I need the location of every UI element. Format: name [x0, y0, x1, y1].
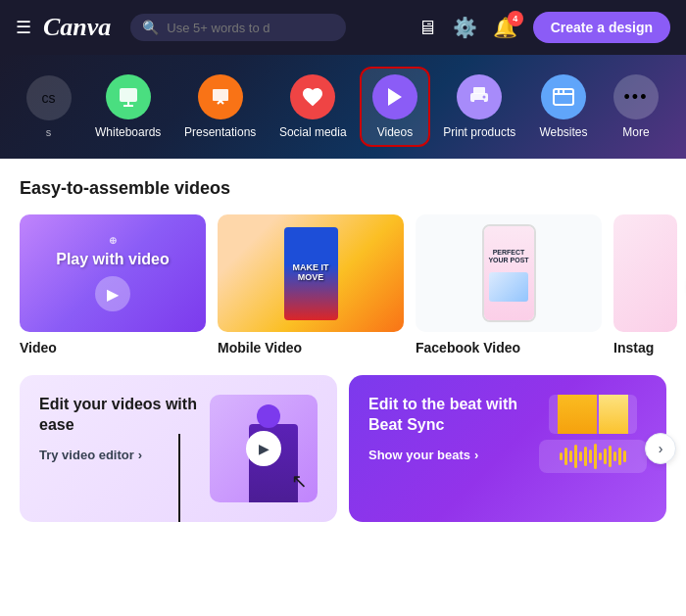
- play-video-text: Play with video: [56, 250, 170, 268]
- edit-videos-card: Edit your videos with ease Try video edi…: [20, 375, 337, 522]
- edit-videos-visual: ▶ ↖: [210, 395, 318, 502]
- websites-icon: [541, 74, 586, 119]
- edit-videos-link[interactable]: Try video editor ›: [39, 448, 210, 462]
- monitor-icon[interactable]: 🖥: [417, 17, 437, 39]
- wave-bar-9: [599, 452, 602, 460]
- create-design-button[interactable]: Create a design: [533, 12, 670, 43]
- video-cards-row: ⊕ Play with video ▶ Video MAKE IT MOVE M…: [20, 214, 666, 355]
- settings-icon[interactable]: ⚙️: [453, 16, 477, 39]
- partial-icon: cs: [26, 75, 72, 120]
- search-icon: 🔍: [142, 20, 159, 35]
- play-video-content: ⊕ Play with video ▶: [20, 214, 206, 332]
- wave-bar-13: [618, 448, 621, 465]
- wave-bar-14: [623, 450, 626, 462]
- svg-marker-4: [388, 88, 402, 106]
- whiteboards-label: Whiteboards: [95, 125, 161, 139]
- person-figure: MAKE IT MOVE: [284, 227, 338, 320]
- sidebar-item-print-products[interactable]: Print products: [434, 69, 525, 145]
- more-icon: •••: [613, 74, 659, 119]
- svg-rect-5: [473, 87, 485, 94]
- search-bar[interactable]: 🔍: [130, 14, 346, 41]
- notification-badge: 4: [508, 11, 523, 26]
- waveform: [539, 440, 647, 473]
- instagram-card: Instag: [613, 214, 677, 355]
- video-label: Video: [20, 340, 206, 355]
- sidebar-item-presentations[interactable]: Presentations: [174, 69, 266, 145]
- phone-screen: PERFECT YOUR POST: [484, 226, 534, 320]
- instagram-label: Instag: [613, 340, 677, 355]
- beat-sync-link-text: Show your beats: [368, 448, 470, 462]
- person-silhouette-purple2: [599, 395, 628, 434]
- play-button-pink[interactable]: ▶: [246, 431, 281, 466]
- mobile-video-card: MAKE IT MOVE Mobile Video: [218, 214, 404, 355]
- svg-rect-0: [120, 88, 137, 102]
- sidebar-item-more[interactable]: ••• More: [602, 69, 670, 145]
- video-thumb[interactable]: ⊕ Play with video ▶: [20, 214, 206, 332]
- edit-videos-link-text: Try video editor: [39, 448, 134, 462]
- bottom-cards-row: Edit your videos with ease Try video edi…: [20, 375, 666, 522]
- edit-videos-link-arrow: ›: [138, 448, 142, 462]
- social-icon: [290, 74, 335, 119]
- section-title: Easy-to-assemble videos: [20, 178, 666, 199]
- wave-bar-5: [579, 451, 582, 461]
- hamburger-icon[interactable]: ☰: [16, 17, 31, 38]
- print-products-label: Print products: [443, 125, 515, 139]
- print-icon: [457, 74, 502, 119]
- play-circle-icon: ▶: [95, 276, 130, 311]
- videos-icon: [372, 74, 417, 119]
- svg-point-8: [483, 96, 486, 99]
- sidebar-item-social-media[interactable]: Social media: [270, 69, 356, 145]
- search-input[interactable]: [167, 21, 334, 35]
- silhouette-head: [257, 404, 280, 428]
- post-preview: [489, 272, 528, 302]
- presentations-label: Presentations: [184, 125, 256, 139]
- sidebar-item-videos[interactable]: Videos: [360, 67, 429, 147]
- beat-sync-person: [549, 395, 637, 434]
- header: ☰ Canva 🔍 🖥 ⚙️ 🔔 4 Create a design: [0, 0, 686, 55]
- wave-bar-1: [560, 452, 563, 460]
- bell-icon[interactable]: 🔔 4: [493, 16, 517, 39]
- perfect-post-text: PERFECT YOUR POST: [484, 245, 534, 269]
- beat-sync-visual: [539, 395, 647, 473]
- wave-bar-11: [609, 446, 612, 467]
- beat-sync-card: Edit to the beat with Beat Sync Show you…: [349, 375, 666, 522]
- edit-videos-title: Edit your videos with ease: [39, 395, 210, 436]
- whiteboards-icon: [106, 74, 151, 119]
- beat-sync-link-arrow: ›: [474, 448, 478, 462]
- partial-label: s: [46, 126, 52, 138]
- wave-bar-12: [613, 451, 616, 461]
- svg-rect-3: [213, 89, 228, 101]
- mobile-video-label: Mobile Video: [218, 340, 404, 355]
- instagram-thumb[interactable]: [613, 214, 677, 332]
- beat-sync-title: Edit to the beat with Beat Sync: [368, 395, 539, 436]
- beat-sync-text: Edit to the beat with Beat Sync Show you…: [368, 395, 539, 462]
- videos-label: Videos: [377, 125, 413, 139]
- more-label: More: [622, 125, 649, 139]
- sidebar-item-websites[interactable]: Websites: [529, 69, 598, 145]
- category-bar: cs s Whiteboards Presentations Social me…: [0, 55, 686, 159]
- cursor-icon: ↖: [291, 469, 308, 493]
- facebook-video-thumb[interactable]: PERFECT YOUR POST: [416, 214, 602, 332]
- bottom-next-button[interactable]: ›: [645, 433, 676, 464]
- instagram-thumb-bg: [613, 214, 677, 332]
- make-move-visual: MAKE IT MOVE: [218, 214, 404, 332]
- sidebar-item-whiteboards[interactable]: Whiteboards: [85, 69, 171, 145]
- wave-bar-3: [569, 450, 572, 462]
- brand-text: ⊕: [109, 235, 118, 246]
- wave-bar-8: [594, 444, 597, 469]
- svg-rect-7: [474, 100, 484, 107]
- app-logo: Canva: [43, 13, 111, 42]
- beat-sync-link[interactable]: Show your beats ›: [368, 448, 539, 462]
- presentations-icon: [198, 74, 243, 119]
- facebook-video-label: Facebook Video: [416, 340, 602, 355]
- social-media-label: Social media: [279, 125, 347, 139]
- wave-bar-4: [574, 445, 577, 468]
- wave-bar-7: [589, 450, 592, 463]
- sidebar-item-partial[interactable]: cs s: [16, 70, 81, 144]
- wave-bar-10: [604, 449, 607, 464]
- wave-bar-2: [564, 448, 567, 465]
- header-icons: 🖥 ⚙️ 🔔 4 Create a design: [417, 12, 670, 43]
- mobile-video-thumb[interactable]: MAKE IT MOVE: [218, 214, 404, 332]
- phone-visual: PERFECT YOUR POST: [416, 214, 602, 332]
- wave-bar-6: [584, 447, 587, 466]
